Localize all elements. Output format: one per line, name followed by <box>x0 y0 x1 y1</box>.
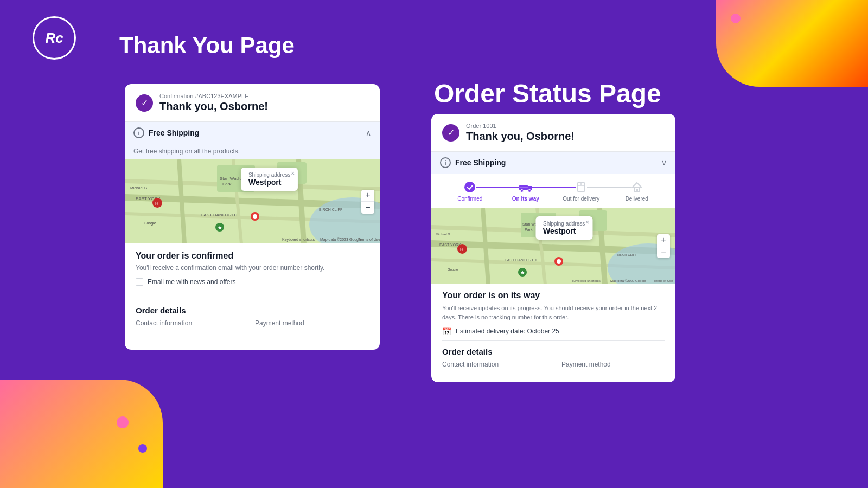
order-confirmed-title: Your order is confirmed <box>136 251 369 261</box>
progress-step-out-for-delivery: Out for delivery <box>553 181 609 202</box>
confirmation-label: Confirmation #ABC123EXAMPLE <box>159 93 268 99</box>
right-shipping-left: i Free Shipping <box>440 157 506 168</box>
logo-circle: Rc <box>33 16 76 60</box>
svg-text:BIRCH CLIFF: BIRCH CLIFF <box>617 253 637 256</box>
chevron-down-icon: ∨ <box>661 158 667 167</box>
order-status-card: ✓ Order 1001 Thank you, Osborne! i Free … <box>431 114 675 382</box>
logo: Rc <box>33 16 76 60</box>
shipping-subtitle: Get free shipping on all the products. <box>125 144 380 159</box>
right-popup-city: Westport <box>543 227 585 235</box>
contact-info-label: Contact information <box>136 319 233 327</box>
svg-text:Michael G: Michael G <box>130 186 148 190</box>
right-check-icon: ✓ <box>448 127 455 138</box>
map-container: Stan Wadlow Park Rosetta McClain Gardens… <box>125 159 380 243</box>
popup-close-icon[interactable]: × <box>291 170 295 177</box>
right-header-text: Order 1001 Thank you, Osborne! <box>466 123 575 143</box>
right-zoom-in-button[interactable]: + <box>657 234 670 246</box>
shipping-left: i Free Shipping <box>133 127 199 138</box>
on-its-way-title: Your order is on its way <box>442 291 665 300</box>
order-details-row: Contact information Payment method <box>125 319 380 331</box>
svg-marker-38 <box>633 183 641 187</box>
svg-text:Terms of Use: Terms of Use <box>358 237 380 241</box>
right-shipping-title: Free Shipping <box>455 158 506 167</box>
svg-text:★: ★ <box>218 225 222 230</box>
right-order-details-row: Contact information Payment method <box>431 361 675 373</box>
svg-point-29 <box>464 182 475 192</box>
payment-method-label: Payment method <box>255 319 353 327</box>
right-map-zoom-controls: + − <box>657 234 670 258</box>
right-info-icon: i <box>440 157 451 168</box>
svg-point-24 <box>253 214 257 219</box>
left-page-title: Thank You Page <box>119 33 295 59</box>
svg-text:Michael G: Michael G <box>436 233 450 236</box>
map-popup: × Shipping address Westport <box>241 168 298 191</box>
right-page-title: Order Status Page <box>434 79 661 108</box>
blob-dot-bottom <box>117 416 129 428</box>
svg-text:Park: Park <box>222 182 232 187</box>
svg-rect-40 <box>636 189 638 191</box>
svg-text:EAST DANFORTH: EAST DANFORTH <box>505 258 537 262</box>
email-checkbox-label: Email me with news and offers <box>148 278 236 286</box>
right-popup-label: Shipping address <box>543 221 585 227</box>
right-map-container: Stan Wadlow Park Rosetta McClain Gardens… <box>431 208 675 284</box>
svg-text:Terms of Use: Terms of Use <box>654 279 673 282</box>
thank-you-card: ✓ Confirmation #ABC123EXAMPLE Thank you,… <box>125 84 380 350</box>
svg-text:★: ★ <box>520 270 525 275</box>
delivered-label: Delivered <box>626 196 648 202</box>
card-header: ✓ Confirmation #ABC123EXAMPLE Thank you,… <box>125 84 380 122</box>
svg-text:EAST YORK: EAST YORK <box>439 243 461 247</box>
progress-step-confirmed: Confirmed <box>442 181 498 202</box>
svg-text:BIRCH CLIFF: BIRCH CLIFF <box>319 208 342 211</box>
svg-text:Map data ©2023 Google: Map data ©2023 Google <box>610 279 646 282</box>
shipping-banner[interactable]: i Free Shipping ∧ <box>125 122 380 144</box>
svg-text:H: H <box>155 201 159 206</box>
order-confirmed-desc: You'll receive a confirmation email with… <box>136 264 369 272</box>
top-right-blob <box>716 0 868 87</box>
check-icon: ✓ <box>141 98 148 108</box>
svg-point-33 <box>528 190 531 192</box>
thank-you-name: Thank you, Osborne! <box>159 100 268 113</box>
right-order-details-title: Order details <box>431 341 675 361</box>
order-label: Order 1001 <box>466 123 575 129</box>
info-icon: i <box>133 127 144 138</box>
svg-text:Google: Google <box>448 268 458 271</box>
svg-text:Park: Park <box>525 228 533 232</box>
svg-rect-30 <box>519 185 528 190</box>
confirmed-icon-wrap <box>463 181 476 194</box>
progress-tracker: Confirmed On its way <box>431 174 675 208</box>
right-popup-close-icon[interactable]: × <box>585 219 589 226</box>
blob-dot-bottom2 <box>138 444 147 453</box>
right-shipping-banner[interactable]: i Free Shipping ∨ <box>431 152 675 174</box>
shipping-title: Free Shipping <box>149 129 199 137</box>
order-confirmed-section: Your order is confirmed You'll receive a… <box>125 243 380 299</box>
delivered-icon-wrap <box>630 181 643 194</box>
popup-label: Shipping address <box>248 172 290 178</box>
right-thank-you-name: Thank you, Osborne! <box>466 130 575 143</box>
svg-text:Keyboard shortcuts: Keyboard shortcuts <box>572 279 601 282</box>
email-checkbox-row[interactable]: Email me with news and offers <box>136 278 369 286</box>
progress-step-delivered: Delivered <box>609 181 665 202</box>
svg-text:Keyboard shortcuts: Keyboard shortcuts <box>282 237 315 242</box>
right-check-circle: ✓ <box>442 124 459 142</box>
right-card-header: ✓ Order 1001 Thank you, Osborne! <box>431 114 675 152</box>
delivery-date-text: Estimated delivery date: October 25 <box>456 328 559 335</box>
email-checkbox[interactable] <box>136 278 143 286</box>
bottom-left-blob <box>0 380 163 488</box>
progress-step-on-its-way: On its way <box>498 181 554 202</box>
right-payment-method-label: Payment method <box>561 361 659 368</box>
calendar-icon: 📅 <box>442 327 451 336</box>
confirmed-label: Confirmed <box>457 196 482 202</box>
right-zoom-out-button[interactable]: − <box>657 246 670 258</box>
zoom-out-button[interactable]: − <box>361 202 374 214</box>
out-for-delivery-label: Out for delivery <box>563 196 599 202</box>
on-its-way-icon-wrap <box>519 181 532 194</box>
home-icon-svg <box>631 182 642 192</box>
package-icon-svg <box>576 182 586 192</box>
logo-text: Rc <box>45 30 63 47</box>
zoom-in-button[interactable]: + <box>361 190 374 202</box>
svg-text:H: H <box>460 247 464 252</box>
truck-icon-svg <box>519 182 532 192</box>
svg-point-65 <box>557 259 561 264</box>
right-contact-info-label: Contact information <box>442 361 540 368</box>
on-its-way-label: On its way <box>512 196 539 202</box>
